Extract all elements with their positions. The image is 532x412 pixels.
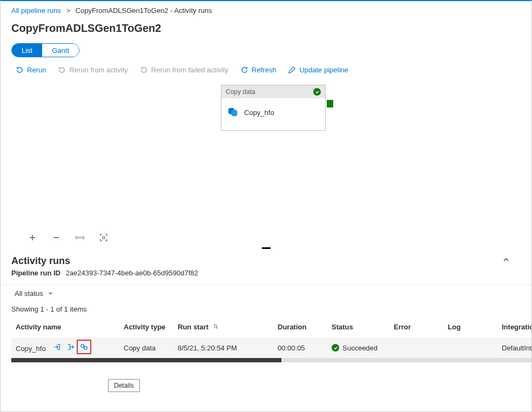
pipeline-canvas[interactable]: Copy data Copy_hfo 100% bbox=[11, 80, 521, 242]
view-toggle-list[interactable]: List bbox=[12, 44, 42, 57]
col-status[interactable]: Status bbox=[327, 319, 389, 337]
update-label: Update pipeline bbox=[299, 66, 348, 74]
cell-log bbox=[443, 337, 497, 358]
svg-point-5 bbox=[84, 347, 87, 350]
runid-value: 2ae24393-7347-4beb-ae0b-65d9590d7f82 bbox=[66, 269, 198, 277]
rerun-label: Rerun bbox=[27, 66, 46, 74]
breadcrumb-current: CopyFromADLSGen1ToGen2 - Activity runs bbox=[76, 6, 212, 15]
database-icon bbox=[227, 106, 239, 119]
sort-indicator-icon bbox=[213, 323, 219, 329]
col-activity-type[interactable]: Activity type bbox=[119, 319, 173, 337]
runid-label: Pipeline run ID bbox=[11, 269, 60, 277]
svg-rect-3 bbox=[103, 237, 105, 239]
pencil-icon bbox=[288, 66, 296, 74]
activity-runs-table: Activity name Activity type Run start Du… bbox=[11, 319, 531, 358]
cell-status: Succeeded bbox=[342, 344, 378, 352]
activity-runs-heading: Activity runs bbox=[11, 255, 70, 267]
rerun-failed-icon bbox=[140, 66, 148, 74]
rerun-activity-label: Rerun from activity bbox=[69, 66, 127, 74]
zoom-fit-button[interactable] bbox=[99, 233, 109, 242]
details-tooltip: Details bbox=[108, 379, 140, 392]
cell-error bbox=[389, 337, 443, 358]
node-success-connector bbox=[327, 100, 333, 107]
col-integration[interactable]: Integration r bbox=[497, 319, 531, 337]
rerun-from-failed-button: Rerun from failed activity bbox=[140, 66, 228, 74]
chevron-down-icon bbox=[48, 291, 53, 296]
breadcrumb-separator: > bbox=[66, 6, 70, 15]
view-toggle: List Gantt bbox=[11, 43, 79, 57]
node-name: Copy_hfo bbox=[244, 109, 274, 117]
output-action-button[interactable] bbox=[66, 343, 75, 351]
status-success-icon bbox=[332, 344, 339, 352]
cell-integration: DefaultInteg bbox=[497, 337, 531, 358]
collapse-panel-button[interactable] bbox=[502, 256, 510, 265]
cell-activity-type: Copy data bbox=[119, 337, 173, 358]
col-run-start[interactable]: Run start bbox=[173, 319, 273, 337]
refresh-label: Refresh bbox=[252, 66, 277, 74]
toolbar: Rerun Rerun from activity Rerun from fai… bbox=[1, 63, 531, 80]
rerun-button[interactable]: Rerun bbox=[16, 66, 46, 74]
details-action-button[interactable] bbox=[78, 341, 90, 353]
status-filter-dropdown[interactable]: All status bbox=[11, 287, 57, 300]
status-filter-label: All status bbox=[15, 289, 43, 298]
svg-text:100%: 100% bbox=[77, 236, 84, 239]
zoom-out-button[interactable] bbox=[51, 233, 61, 242]
pipeline-run-id: Pipeline run ID 2ae24393-7347-4beb-ae0b-… bbox=[1, 269, 531, 285]
cell-activity-name: Copy_hfo bbox=[16, 345, 46, 353]
activity-node[interactable]: Copy data Copy_hfo bbox=[221, 85, 326, 131]
zoom-reset-button[interactable]: 100% bbox=[75, 233, 85, 242]
rerun-icon bbox=[16, 66, 24, 74]
rerun-failed-label: Rerun from failed activity bbox=[151, 66, 228, 74]
canvas-controls: 100% bbox=[28, 233, 109, 242]
svg-point-4 bbox=[81, 345, 84, 348]
col-activity-name[interactable]: Activity name bbox=[11, 319, 119, 337]
breadcrumb: All pipeline runs > CopyFromADLSGen1ToGe… bbox=[1, 1, 531, 19]
col-run-start-label: Run start bbox=[178, 323, 208, 331]
panel-resize-handle[interactable] bbox=[1, 242, 531, 249]
input-action-button[interactable] bbox=[53, 343, 61, 351]
page-title: CopyFromADLSGen1ToGen2 bbox=[1, 19, 531, 41]
result-count: Showing 1 - 1 of 1 items bbox=[1, 305, 531, 319]
horizontal-scrollbar[interactable] bbox=[11, 358, 531, 362]
col-error[interactable]: Error bbox=[389, 319, 443, 337]
rerun-from-activity-button: Rerun from activity bbox=[58, 66, 127, 74]
rerun-activity-icon bbox=[58, 66, 66, 74]
view-toggle-gantt[interactable]: Gantt bbox=[42, 44, 79, 57]
breadcrumb-root-link[interactable]: All pipeline runs bbox=[11, 6, 61, 15]
table-row[interactable]: Copy_hfo Cop bbox=[11, 337, 531, 358]
node-type-label: Copy data bbox=[226, 88, 255, 96]
zoom-in-button[interactable] bbox=[28, 233, 37, 242]
scrollbar-thumb[interactable] bbox=[11, 358, 281, 362]
cell-run-start: 8/5/21, 5:20:54 PM bbox=[173, 337, 273, 358]
update-pipeline-button[interactable]: Update pipeline bbox=[288, 66, 348, 74]
col-duration[interactable]: Duration bbox=[273, 319, 327, 337]
refresh-icon bbox=[240, 66, 248, 74]
refresh-button[interactable]: Refresh bbox=[240, 66, 277, 74]
success-check-icon bbox=[313, 88, 321, 96]
col-log[interactable]: Log bbox=[443, 319, 497, 337]
cell-duration: 00:00:05 bbox=[273, 337, 327, 358]
